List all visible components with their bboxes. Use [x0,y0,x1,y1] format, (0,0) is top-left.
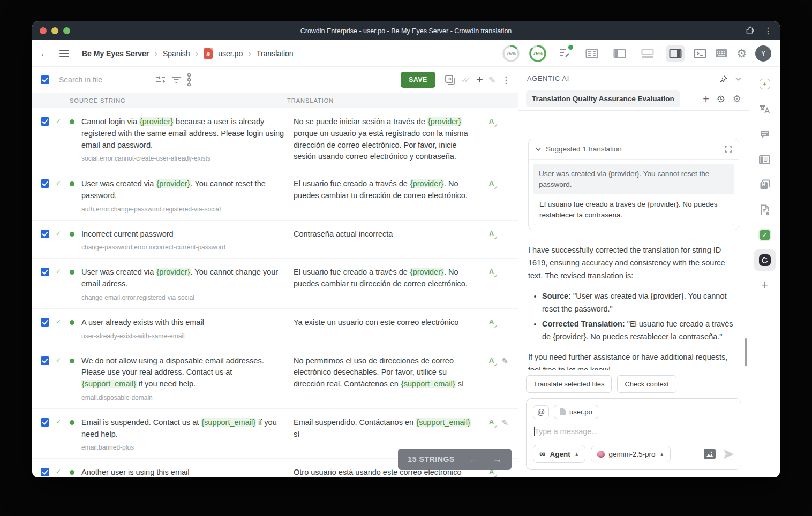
collapse-panel-icon[interactable] [735,77,741,81]
suggested-translation[interactable]: El usuario fue creado a través de {provi… [533,194,734,225]
agentic-ai-icon[interactable] [754,249,776,271]
save-button[interactable]: SAVE [401,72,435,88]
edit-icon[interactable]: ✎ [501,356,508,366]
ai-settings-gear-icon[interactable]: ⚙ [733,94,741,104]
edit-icon[interactable]: ✎ [501,418,508,428]
model-dropdown[interactable]: gemini-2.5-pro ▲ [591,446,671,462]
settings-gear-icon[interactable]: ⚙ [736,48,747,59]
console-icon[interactable] [694,49,706,58]
translation-memory-icon[interactable] [754,149,776,170]
table-row[interactable]: ✓ Cannot login via {provider} because a … [32,108,518,170]
spellcheck-icon[interactable]: A✓ [489,179,494,189]
message-input[interactable] [535,427,733,436]
ai-suggest-icon[interactable]: ✦ [754,73,776,95]
translation-text[interactable]: El usuario fue creado a través de {provi… [294,178,476,202]
browser-menu-icon[interactable]: ⋮ [764,27,772,35]
keyboard-shortcuts-icon[interactable] [715,49,728,58]
back-icon[interactable]: ← [40,48,50,59]
row-checkbox[interactable] [41,468,49,476]
copy-source-icon[interactable] [444,74,456,86]
translation-text[interactable]: Ya existe un usuario con este correo ele… [294,317,476,329]
spellcheck-icon[interactable]: A✓ [489,318,494,328]
row-checkbox[interactable] [41,268,49,276]
row-checkbox[interactable] [41,418,49,427]
translation-text[interactable]: El usuario fue creado a través de {provi… [294,267,476,290]
history-icon[interactable] [716,94,726,104]
ai-bullet: Source: "User was created via {provider}… [542,290,739,316]
proofread-progress-ring[interactable]: 75% [502,44,520,63]
translated-progress-ring[interactable]: 75% [529,44,547,63]
row-checkbox[interactable] [41,230,49,238]
chat-scroll-area[interactable]: Suggested 1 translation User was created… [518,111,749,370]
breadcrumb-language[interactable]: Spanish [163,49,190,58]
translation-text[interactable]: Email suspendido. Contáctanos en {suppor… [294,417,476,441]
workflow-steps-icon[interactable] [186,73,192,87]
view-bottom-panel-icon[interactable] [638,45,657,62]
table-row[interactable]: ✓ We do not allow using a disposable ema… [32,347,518,409]
spellcheck-icon[interactable]: A✓ [489,268,494,277]
spellcheck-icon[interactable]: A✓ [489,117,494,127]
row-checkbox[interactable] [41,117,49,126]
add-string-icon[interactable]: + [476,74,483,86]
translation-text[interactable]: No permitimos el uso de direcciones de c… [294,355,476,390]
avatar[interactable]: Y [755,45,771,62]
expand-icon[interactable] [725,146,732,153]
minimize-window-button[interactable] [51,27,58,34]
extensions-icon[interactable] [745,26,754,35]
editor-settings-icon[interactable] [559,47,570,60]
check-context-button[interactable]: Check context [617,375,676,393]
prev-page-icon[interactable]: ← [469,454,478,464]
file-context-icon[interactable] [754,199,776,221]
agent-mode-dropdown[interactable]: ∞ Agent ▲ [533,445,585,463]
tab-translation-qa[interactable]: Translation Quality Assurance Evaluation [526,90,680,107]
translated-check-icon: ✓ [56,356,64,364]
spellcheck-icon[interactable]: A✓ [489,418,494,428]
translation-text[interactable]: No se puede iniciar sesión a través de {… [294,116,476,163]
proofread-progress-value: 75% [502,44,520,63]
chevron-down-icon[interactable] [536,148,541,151]
translate-selected-files-button[interactable]: Translate selected files [526,375,612,393]
translation-column-header: TRANSLATION [284,97,518,104]
file-context-chip[interactable]: user.po [554,405,598,419]
close-window-button[interactable] [40,27,47,34]
zoom-window-button[interactable] [63,27,70,34]
add-tool-icon[interactable]: + [754,275,776,296]
glossary-icon[interactable] [754,174,776,195]
table-row[interactable]: ✓ A user already exists with this email … [32,309,518,347]
next-page-icon[interactable]: → [492,454,502,464]
scrollbar-thumb[interactable] [745,338,747,366]
mention-button[interactable]: @ [533,405,549,419]
view-side-by-side-icon[interactable] [582,45,602,62]
pin-panel-icon[interactable] [719,74,728,84]
attach-image-icon[interactable] [704,449,716,459]
row-checkbox[interactable] [41,356,49,365]
row-checkbox[interactable] [41,318,49,327]
select-all-checkbox[interactable] [41,75,49,84]
new-chat-icon[interactable]: + [703,94,709,104]
breadcrumb-file[interactable]: user.po [218,49,243,58]
breadcrumb-project[interactable]: Be My Eyes Server [82,49,149,58]
filter-settings-icon[interactable] [155,75,166,85]
string-key: change-email.error.registered-via-social [81,294,288,301]
translate-icon[interactable] [754,98,776,120]
triangle-up-icon: ▲ [575,452,579,457]
spellcheck-icon[interactable]: A✓ [489,356,494,366]
translation-text[interactable]: Contraseña actual incorrecta [294,229,476,240]
table-row[interactable]: ✓ User was created via {provider}. You c… [32,170,518,221]
comments-icon[interactable] [754,124,776,145]
send-message-icon[interactable] [723,449,734,459]
search-input[interactable] [59,75,150,84]
more-options-icon[interactable]: ⋮ [501,74,510,86]
row-checkbox[interactable] [41,179,49,188]
table-row[interactable]: ✓ User was created via {provider}. You c… [32,259,518,309]
filter-icon[interactable] [171,76,181,84]
source-text: A user already exists with this email [81,317,288,329]
table-row[interactable]: ✓ Incorrect current password change-pass… [32,221,518,259]
view-right-panel-icon[interactable] [666,45,685,62]
breadcrumb-step[interactable]: Translation [257,49,294,58]
qa-check-icon[interactable]: ✓ [754,224,776,246]
view-left-panel-icon[interactable] [610,45,629,62]
spellcheck-icon[interactable]: A✓ [489,230,494,239]
menu-icon[interactable] [59,50,69,57]
status-dot [70,119,74,124]
